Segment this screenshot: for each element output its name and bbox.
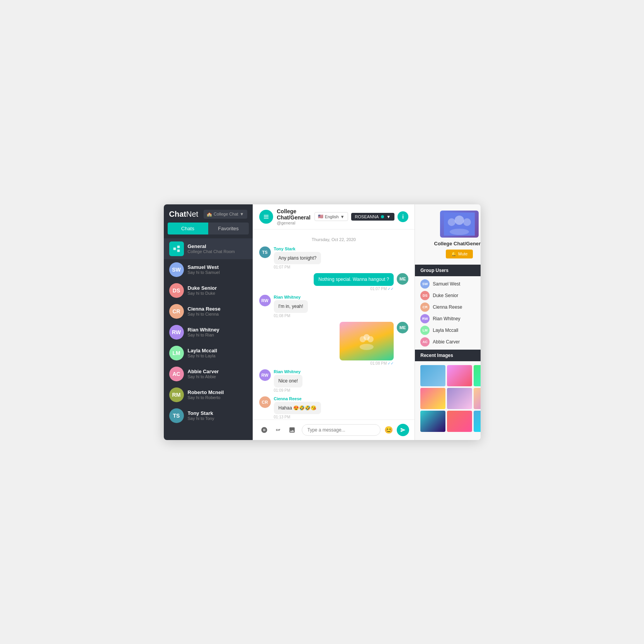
chat-name-layla: Layla Mccall (188, 348, 247, 353)
chat-info-rian: Rian Whitney Say hi to Rian (188, 327, 247, 337)
avatar-general (169, 241, 184, 256)
msg-content-rian2: Rian Whitney Nice one! 01:09 PM (274, 369, 303, 393)
msg-time-rian2: 01:09 PM (274, 388, 303, 393)
msg-avatar-me-img: ME (397, 322, 408, 333)
recent-images-header[interactable]: Recent Images ▼ (415, 350, 480, 361)
avatar-duke: DS (169, 283, 184, 298)
checkmarks-icon: ✓✓ (387, 287, 394, 291)
avatar-abbie: AC (169, 367, 184, 381)
send-button[interactable] (397, 424, 409, 436)
msg-content-tony: Tony Stark Any plans tonight? 01:07 PM (274, 246, 321, 270)
chat-item-duke[interactable]: DS Duke Senior Say hi to Duke (164, 280, 253, 301)
chat-info-cienna: Cienna Reese Say hi to Cienna (188, 306, 247, 316)
recent-image-4[interactable] (420, 388, 445, 409)
chat-input-area: 😊 (253, 420, 415, 440)
lang-chevron-icon: ▼ (340, 214, 345, 219)
message-row-outgoing1: ME Nothing special. Wanna hangout ? 01:0… (259, 273, 409, 291)
gif-button[interactable] (272, 424, 284, 436)
language-button[interactable]: 🇺🇸 English ▼ (314, 212, 348, 221)
mute-button[interactable]: 🔔 Mute (446, 250, 473, 258)
emoji-button[interactable]: 😊 (384, 426, 393, 434)
msg-sender-cienna: Cienna Reese (274, 396, 321, 401)
group-banner-image (440, 211, 479, 238)
group-user-samuel: SW Samuel West (420, 279, 480, 289)
gu-name-duke: Duke Senior (433, 293, 458, 298)
chat-sub-abbie: Say hi to Abbie (188, 374, 247, 379)
sticker-button[interactable] (258, 424, 270, 436)
msg-sender-tony: Tony Stark (274, 246, 321, 251)
chat-item-roberto[interactable]: RM Roberto Mcneil Say hi to Roberto (164, 384, 253, 405)
msg-image (340, 322, 394, 360)
avatar-tony: TS (169, 408, 184, 423)
msg-sender-rian: Rian Whitney (274, 295, 308, 299)
main-chat: College Chat/General @general 🇺🇸 English… (253, 204, 415, 440)
chat-info-tony: Tony Stark Say hi to Tony (188, 410, 247, 421)
checkmarks-img-icon: ✓✓ (387, 361, 394, 365)
msg-avatar-cienna: CR (259, 396, 271, 408)
recent-image-3[interactable] (474, 365, 481, 386)
sidebar-header: ChatNet 🏫 College Chat ▼ (164, 204, 253, 223)
msg-avatar-me1: ME (397, 273, 408, 285)
gu-name-rian: Rian Whitney (433, 316, 460, 321)
chat-name-samuel: Samuel West (188, 264, 247, 270)
msg-avatar-rian: RW (259, 295, 271, 306)
msg-content-me1: Nothing special. Wanna hangout ? 01:07 P… (314, 273, 394, 291)
chat-info-layla: Layla Mccall Say hi to Layla (188, 348, 247, 358)
svg-point-13 (450, 229, 469, 235)
msg-time-cienna: 01:13 PM (274, 415, 321, 419)
chat-item-abbie[interactable]: AC Abbie Carver Say hi to Abbie (164, 364, 253, 384)
svg-rect-2 (177, 249, 180, 252)
chat-item-tony[interactable]: TS Tony Stark Say hi to Tony (164, 405, 253, 426)
msg-time-rian1: 01:08 PM (274, 314, 308, 318)
group-users-list: SW Samuel West DS Duke Senior CR Cienna … (415, 276, 480, 350)
recent-image-8[interactable] (447, 411, 472, 432)
gu-avatar-duke: DS (420, 291, 430, 300)
chat-sub-roberto: Say hi to Roberto (188, 395, 247, 400)
chat-item-rian[interactable]: RW Rian Whitney Say hi to Rian (164, 322, 253, 343)
svg-point-5 (367, 336, 374, 342)
gu-avatar-cienna: CR (420, 302, 430, 312)
chat-header-sub: @general (277, 221, 311, 225)
app-container: ChatNet 🏫 College Chat ▼ Chats Favorites (164, 204, 481, 440)
svg-rect-0 (173, 247, 176, 250)
gu-avatar-rian: RW (420, 314, 430, 323)
gu-avatar-samuel: SW (420, 279, 430, 289)
chat-info-general: General College Chat Chat Room (188, 243, 247, 254)
message-row-cienna: CR Cienna Reese Hahaa 😍🤣🤣😘 01:13 PM (259, 396, 409, 420)
chat-sub-tony: Say hi to Tony (188, 416, 247, 421)
msg-time-me1: 01:07 PM ✓✓ (314, 287, 394, 291)
message-row: TS Tony Stark Any plans tonight? 01:07 P… (259, 246, 409, 270)
recent-image-6[interactable] (474, 388, 481, 409)
user-button[interactable]: ROSEANNA ▼ (351, 213, 395, 221)
msg-content-rian1: Rian Whitney I'm in, yeah! 01:08 PM (274, 295, 308, 318)
recent-image-1[interactable] (420, 365, 445, 386)
tab-chats[interactable]: Chats (168, 223, 208, 234)
message-row-outgoing-img: ME 01:08 PM ✓✓ (259, 322, 409, 365)
group-user-abbie: AC Abbie Carver (420, 337, 480, 347)
info-button[interactable]: i (398, 211, 408, 222)
chat-item-layla[interactable]: LM Layla Mccall Say hi to Layla (164, 343, 253, 364)
chat-sub-layla: Say hi to Layla (188, 353, 247, 358)
chat-name-roberto: Roberto Mcneil (188, 389, 247, 395)
group-user-layla: LM Layla Mccall (420, 326, 480, 335)
image-button[interactable] (286, 424, 298, 436)
recent-image-7[interactable] (420, 411, 445, 432)
recent-image-9[interactable] (474, 411, 481, 432)
msg-time-tony: 01:07 PM (274, 265, 321, 269)
group-users-header[interactable]: Group Users ▼ (415, 265, 480, 276)
tab-favorites[interactable]: Favorites (208, 223, 249, 234)
avatar-cienna: CR (169, 304, 184, 319)
svg-point-6 (360, 344, 374, 350)
gu-avatar-layla: LM (420, 326, 430, 335)
recent-image-2[interactable] (447, 365, 472, 386)
chat-item-general[interactable]: General College Chat Chat Room (164, 238, 253, 259)
group-banner-name: College Chat/General (434, 241, 481, 246)
recent-image-5[interactable] (447, 388, 472, 409)
chat-item-cienna[interactable]: CR Cienna Reese Say hi to Cienna (164, 301, 253, 322)
flag-icon: 🇺🇸 (318, 214, 323, 219)
college-chat-button[interactable]: 🏫 College Chat ▼ (204, 210, 247, 219)
chat-sub-duke: Say hi to Duke (188, 291, 247, 296)
chat-sub-general: College Chat Chat Room (188, 249, 247, 254)
message-input[interactable] (302, 424, 381, 436)
chat-item-samuel[interactable]: SW Samuel West Say hi to Samuel (164, 259, 253, 280)
